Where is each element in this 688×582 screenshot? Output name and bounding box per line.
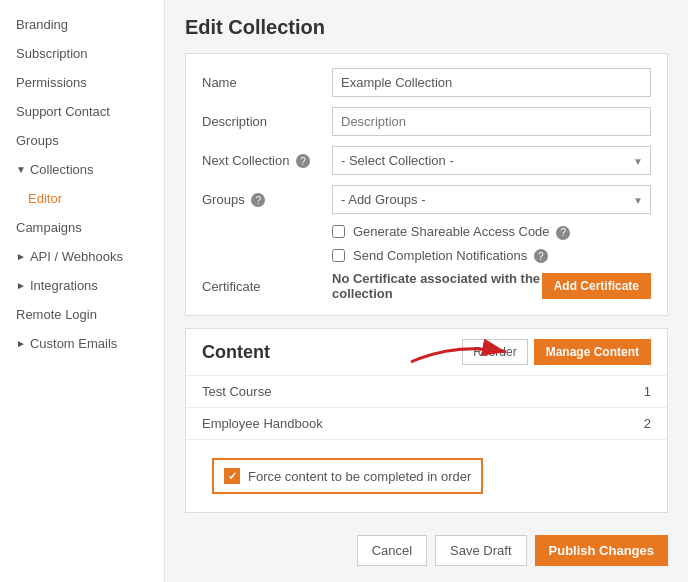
table-row: Test Course 1 — [186, 376, 667, 408]
table-row: Employee Handbook 2 — [186, 408, 667, 440]
sidebar-item-label: Collections — [30, 162, 94, 177]
integrations-arrow-icon: ► — [16, 280, 26, 291]
next-collection-label: Next Collection ? — [202, 153, 332, 169]
content-section: Content Reorder Manage Content — [185, 328, 668, 513]
shareable-label: Generate Shareable Access Code ? — [353, 224, 570, 240]
course-order: 2 — [569, 408, 667, 440]
sidebar-item-campaigns[interactable]: Campaigns — [0, 213, 164, 242]
force-order-checkbox[interactable] — [224, 468, 240, 484]
sidebar-item-label: Support Contact — [16, 104, 110, 119]
sidebar-item-custom-emails[interactable]: ► Custom Emails — [0, 329, 164, 358]
custom-emails-arrow-icon: ► — [16, 338, 26, 349]
description-label: Description — [202, 114, 332, 129]
next-collection-select-wrapper: - Select Collection - — [332, 146, 651, 175]
sidebar: Branding Subscription Permissions Suppor… — [0, 0, 165, 582]
next-collection-select[interactable]: - Select Collection - — [332, 146, 651, 175]
groups-row: Groups ? - Add Groups - — [202, 185, 651, 214]
collections-arrow-icon: ▼ — [16, 164, 26, 175]
name-label: Name — [202, 75, 332, 90]
sidebar-item-label: Subscription — [16, 46, 88, 61]
sidebar-item-support-contact[interactable]: Support Contact — [0, 97, 164, 126]
description-row: Description — [202, 107, 651, 136]
course-name: Test Course — [186, 376, 569, 408]
sidebar-item-label: Permissions — [16, 75, 87, 90]
completion-checkbox[interactable] — [332, 249, 345, 262]
sidebar-item-label: Remote Login — [16, 307, 97, 322]
groups-help-icon[interactable]: ? — [251, 193, 265, 207]
red-arrow-indicator — [406, 337, 516, 370]
next-collection-help-icon[interactable]: ? — [296, 154, 310, 168]
add-certificate-button[interactable]: Add Certificate — [542, 273, 651, 299]
next-collection-row: Next Collection ? - Select Collection - — [202, 146, 651, 175]
page-title: Edit Collection — [185, 16, 668, 39]
sidebar-item-editor[interactable]: Editor — [0, 184, 164, 213]
content-table: Test Course 1 Employee Handbook 2 — [186, 376, 667, 440]
groups-label: Groups ? — [202, 192, 332, 208]
sidebar-item-label: Editor — [28, 191, 62, 206]
certificate-row: Certificate No Certificate associated wi… — [202, 271, 651, 301]
sidebar-item-remote-login[interactable]: Remote Login — [0, 300, 164, 329]
force-order-row: Force content to be completed in order — [212, 458, 483, 494]
sidebar-item-branding[interactable]: Branding — [0, 10, 164, 39]
groups-select[interactable]: - Add Groups - — [332, 185, 651, 214]
manage-content-button[interactable]: Manage Content — [534, 339, 651, 365]
sidebar-item-integrations[interactable]: ► Integrations — [0, 271, 164, 300]
shareable-checkbox[interactable] — [332, 225, 345, 238]
completion-label: Send Completion Notifications ? — [353, 248, 548, 264]
sidebar-item-subscription[interactable]: Subscription — [0, 39, 164, 68]
shareable-help-icon[interactable]: ? — [556, 226, 570, 240]
main-content: Edit Collection Name Description Next Co… — [165, 0, 688, 582]
course-order: 1 — [569, 376, 667, 408]
shareable-row: Generate Shareable Access Code ? — [332, 224, 651, 240]
groups-select-wrapper: - Add Groups - — [332, 185, 651, 214]
certificate-text: No Certificate associated with the colle… — [332, 271, 542, 301]
publish-changes-button[interactable]: Publish Changes — [535, 535, 668, 566]
sidebar-item-collections[interactable]: ▼ Collections — [0, 155, 164, 184]
name-row: Name — [202, 68, 651, 97]
completion-help-icon[interactable]: ? — [534, 249, 548, 263]
certificate-label: Certificate — [202, 279, 332, 294]
force-order-label: Force content to be completed in order — [248, 469, 471, 484]
sidebar-item-api-webhooks[interactable]: ► API / Webhooks — [0, 242, 164, 271]
name-input[interactable] — [332, 68, 651, 97]
save-draft-button[interactable]: Save Draft — [435, 535, 526, 566]
api-webhooks-arrow-icon: ► — [16, 251, 26, 262]
footer-actions: Cancel Save Draft Publish Changes — [185, 525, 668, 570]
sidebar-item-groups[interactable]: Groups — [0, 126, 164, 155]
description-input[interactable] — [332, 107, 651, 136]
content-header: Content Reorder Manage Content — [186, 329, 667, 376]
sidebar-item-label: Integrations — [30, 278, 98, 293]
sidebar-item-label: Groups — [16, 133, 59, 148]
sidebar-item-label: Custom Emails — [30, 336, 117, 351]
completion-row: Send Completion Notifications ? — [332, 248, 651, 264]
sidebar-item-label: API / Webhooks — [30, 249, 123, 264]
sidebar-item-label: Campaigns — [16, 220, 82, 235]
course-name: Employee Handbook — [186, 408, 569, 440]
sidebar-item-permissions[interactable]: Permissions — [0, 68, 164, 97]
cancel-button[interactable]: Cancel — [357, 535, 427, 566]
edit-collection-form: Name Description Next Collection ? - Sel… — [185, 53, 668, 316]
sidebar-item-label: Branding — [16, 17, 68, 32]
force-order-container: Force content to be completed in order — [186, 440, 667, 512]
